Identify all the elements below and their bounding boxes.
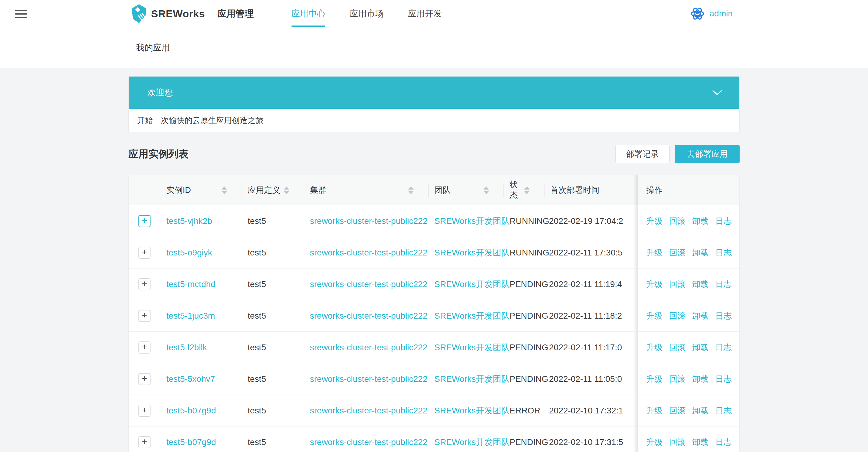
welcome-header[interactable]: 欢迎您: [129, 77, 739, 109]
main-content: 欢迎您 开始一次愉快的云原生应用创造之旅 应用实例列表 部署记录 去部署应用 实…: [128, 76, 740, 452]
chevron-down-icon[interactable]: [712, 90, 722, 96]
instance-id-link[interactable]: test5-b07g9d: [160, 437, 242, 447]
action-升级-link[interactable]: 升级: [646, 310, 662, 321]
action-卸载-link[interactable]: 卸载: [692, 279, 709, 290]
column-label: 应用定义: [248, 185, 280, 196]
team-link[interactable]: SREWorks开发团队: [428, 215, 503, 227]
user-name[interactable]: admin: [710, 9, 733, 19]
team-link[interactable]: SREWorks开发团队: [428, 373, 503, 385]
instance-id-link[interactable]: test5-b07g9d: [160, 406, 242, 416]
caret-down-icon: [408, 191, 414, 194]
action-卸载-link[interactable]: 卸载: [692, 374, 709, 385]
table-row: +test5-mctdhdtest5sreworks-cluster-test-…: [129, 269, 739, 300]
action-日志-link[interactable]: 日志: [715, 216, 732, 227]
instance-id-link[interactable]: test5-5xohv7: [160, 374, 242, 384]
sort-caret-icon[interactable]: [408, 187, 414, 194]
cluster-link[interactable]: sreworks-cluster-test-public222: [304, 406, 428, 416]
action-卸载-link[interactable]: 卸载: [692, 342, 709, 353]
action-升级-link[interactable]: 升级: [646, 405, 662, 416]
expand-row-button[interactable]: +: [138, 278, 151, 290]
action-卸载-link[interactable]: 卸载: [692, 247, 709, 258]
team-link[interactable]: SREWorks开发团队: [428, 342, 503, 353]
active-tab-underline: [291, 26, 326, 27]
instance-id-link[interactable]: test5-l2bllk: [160, 343, 242, 352]
action-卸载-link[interactable]: 卸载: [692, 405, 709, 416]
cluster-link[interactable]: sreworks-cluster-test-public222: [304, 216, 428, 226]
deploy-app-button[interactable]: 去部署应用: [675, 145, 740, 163]
action-回滚-link[interactable]: 回滚: [669, 310, 686, 321]
cluster-link[interactable]: sreworks-cluster-test-public222: [304, 248, 428, 258]
expand-row-button[interactable]: +: [138, 373, 151, 385]
expand-row-button[interactable]: +: [138, 247, 151, 259]
tab-应用中心[interactable]: 应用中心: [291, 0, 326, 27]
cluster-link[interactable]: sreworks-cluster-test-public222: [304, 279, 428, 289]
action-日志-link[interactable]: 日志: [715, 342, 732, 353]
first-deploy-time-cell: 2022-02-10 17:32:1: [544, 406, 638, 416]
action-回滚-link[interactable]: 回滚: [669, 279, 686, 290]
action-升级-link[interactable]: 升级: [646, 279, 662, 290]
user-menu[interactable]: admin: [690, 0, 733, 27]
instance-id-link[interactable]: test5-mctdhd: [160, 279, 242, 289]
team-link[interactable]: SREWorks开发团队: [428, 279, 503, 290]
action-日志-link[interactable]: 日志: [715, 437, 732, 448]
sort-caret-icon[interactable]: [222, 187, 227, 194]
header-tabs: 应用中心应用市场应用开发: [291, 0, 442, 27]
action-升级-link[interactable]: 升级: [646, 374, 662, 385]
expand-row-button[interactable]: +: [138, 341, 151, 354]
operations-cell: 升级回滚卸载日志: [638, 237, 740, 268]
operations-cell: 升级回滚卸载日志: [638, 363, 740, 395]
action-回滚-link[interactable]: 回滚: [669, 437, 686, 448]
header-divider: [209, 8, 209, 20]
sort-caret-icon[interactable]: [484, 187, 489, 194]
action-卸载-link[interactable]: 卸载: [692, 310, 709, 321]
action-日志-link[interactable]: 日志: [715, 247, 732, 258]
cluster-link[interactable]: sreworks-cluster-test-public222: [304, 374, 428, 384]
table-row: +test5-o9giyktest5sreworks-cluster-test-…: [129, 237, 739, 269]
deploy-records-button[interactable]: 部署记录: [616, 145, 670, 163]
cluster-link[interactable]: sreworks-cluster-test-public222: [304, 311, 428, 321]
action-日志-link[interactable]: 日志: [715, 405, 732, 416]
team-link[interactable]: SREWorks开发团队: [428, 405, 503, 417]
instance-id-link[interactable]: test5-1juc3m: [160, 311, 242, 321]
expand-row-button[interactable]: +: [138, 215, 151, 227]
app-definition-cell: test5: [242, 216, 304, 226]
action-回滚-link[interactable]: 回滚: [669, 405, 686, 416]
team-link[interactable]: SREWorks开发团队: [428, 436, 503, 448]
cluster-link[interactable]: sreworks-cluster-test-public222: [304, 437, 428, 447]
action-升级-link[interactable]: 升级: [646, 216, 662, 227]
action-回滚-link[interactable]: 回滚: [669, 374, 686, 385]
expand-cell: +: [129, 341, 160, 354]
team-link[interactable]: SREWorks开发团队: [428, 310, 503, 322]
action-回滚-link[interactable]: 回滚: [669, 216, 686, 227]
action-升级-link[interactable]: 升级: [646, 342, 662, 353]
team-link[interactable]: SREWorks开发团队: [428, 247, 503, 258]
expand-row-button[interactable]: +: [138, 436, 151, 448]
action-回滚-link[interactable]: 回滚: [669, 342, 686, 353]
action-升级-link[interactable]: 升级: [646, 247, 662, 258]
first-deploy-time-cell: 2022-02-10 17:31:5: [544, 437, 638, 447]
expand-row-button[interactable]: +: [138, 310, 151, 322]
action-卸载-link[interactable]: 卸载: [692, 216, 709, 227]
action-日志-link[interactable]: 日志: [715, 279, 732, 290]
action-卸载-link[interactable]: 卸载: [692, 437, 709, 448]
instances-section-head: 应用实例列表 部署记录 去部署应用: [128, 145, 740, 163]
instance-id-link[interactable]: test5-vjhk2b: [160, 216, 242, 226]
cluster-link[interactable]: sreworks-cluster-test-public222: [304, 343, 428, 352]
hamburger-icon[interactable]: [15, 10, 27, 18]
sort-caret-icon[interactable]: [524, 187, 530, 194]
instance-id-link[interactable]: test5-o9giyk: [160, 248, 242, 258]
action-回滚-link[interactable]: 回滚: [669, 247, 686, 258]
column-header-集群: 集群: [304, 175, 428, 205]
action-日志-link[interactable]: 日志: [715, 374, 732, 385]
status-cell: PENDING: [503, 437, 544, 447]
brand[interactable]: SREWorks: [130, 0, 205, 27]
expand-row-button[interactable]: +: [138, 405, 151, 417]
tab-应用开发[interactable]: 应用开发: [408, 0, 442, 27]
tab-应用市场[interactable]: 应用市场: [350, 0, 383, 27]
column-label: 首次部署时间: [550, 185, 599, 196]
status-cell: PENDING: [503, 311, 544, 321]
action-升级-link[interactable]: 升级: [646, 437, 662, 448]
action-日志-link[interactable]: 日志: [715, 310, 732, 321]
sort-caret-icon[interactable]: [284, 187, 289, 194]
app-definition-cell: test5: [242, 248, 304, 258]
